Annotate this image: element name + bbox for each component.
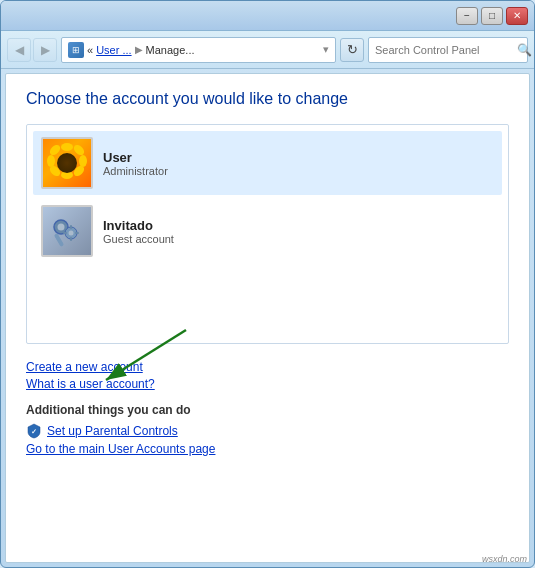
breadcrumb-part-1: « [87,44,93,56]
breadcrumb-icon: ⊞ [68,42,84,58]
window: − □ ✕ ◀ ▶ ⊞ « User ... ▶ Manage... ▾ ↻ 🔍… [0,0,535,568]
breadcrumb-manage[interactable]: Manage... [146,44,195,56]
invitado-description: Guest account [103,233,174,245]
svg-rect-4 [70,225,72,229]
search-box: 🔍 [368,37,528,63]
invitado-avatar [41,205,93,257]
svg-text:✓: ✓ [31,428,37,435]
breadcrumb[interactable]: ⊞ « User ... ▶ Manage... ▾ [61,37,336,63]
user-name: User [103,150,168,165]
nav-buttons: ◀ ▶ [7,38,57,62]
main-content: Choose the account you would like to cha… [5,73,530,563]
svg-point-3 [69,231,74,236]
svg-rect-8 [54,233,64,247]
refresh-button[interactable]: ↻ [340,38,364,62]
svg-rect-5 [70,237,72,241]
breadcrumb-separator: ▶ [135,44,143,55]
content-wrapper: Choose the account you would like to cha… [26,90,509,456]
watermark: wsxdn.com [482,554,527,564]
tools-icon [47,211,87,251]
links-section: Create a new account What is a user acco… [26,360,509,391]
what-is-user-account-link[interactable]: What is a user account? [26,377,509,391]
user-account-info: User Administrator [103,150,168,177]
invitado-name: Invitado [103,218,174,233]
close-button[interactable]: ✕ [506,7,528,25]
tools-avatar-graphic [43,207,91,255]
maximize-button[interactable]: □ [481,7,503,25]
main-user-accounts-link-row[interactable]: Go to the main User Accounts page [26,442,509,456]
title-bar-controls: − □ ✕ [456,7,528,25]
accounts-list: User Administrator [26,124,509,344]
address-bar: ◀ ▶ ⊞ « User ... ▶ Manage... ▾ ↻ 🔍 [1,31,534,69]
shield-icon: ✓ [26,423,42,439]
create-account-link[interactable]: Create a new account [26,360,509,374]
search-input[interactable] [375,44,513,56]
parental-controls-text[interactable]: Set up Parental Controls [47,424,178,438]
parental-controls-link-row[interactable]: ✓ Set up Parental Controls [26,423,509,439]
title-bar: − □ ✕ [1,1,534,31]
user-description: Administrator [103,165,168,177]
invitado-account-info: Invitado Guest account [103,218,174,245]
account-item-invitado[interactable]: Invitado Guest account [33,199,502,263]
sunflower-center [57,153,77,173]
breadcrumb-user[interactable]: User ... [96,44,131,56]
breadcrumb-dropdown[interactable]: ▾ [323,43,329,56]
additional-section: Additional things you can do ✓ Set up Pa… [26,403,509,456]
main-user-accounts-text[interactable]: Go to the main User Accounts page [26,442,215,456]
svg-point-1 [58,224,65,231]
parental-controls-icon: ✓ [26,423,42,439]
account-item-user[interactable]: User Administrator [33,131,502,195]
minimize-button[interactable]: − [456,7,478,25]
svg-rect-7 [75,232,79,234]
additional-title: Additional things you can do [26,403,509,417]
user-avatar [41,137,93,189]
back-button[interactable]: ◀ [7,38,31,62]
page-title: Choose the account you would like to cha… [26,90,509,108]
svg-rect-6 [63,232,67,234]
search-icon[interactable]: 🔍 [517,43,532,57]
sunflower-avatar-graphic [43,139,91,187]
forward-button[interactable]: ▶ [33,38,57,62]
